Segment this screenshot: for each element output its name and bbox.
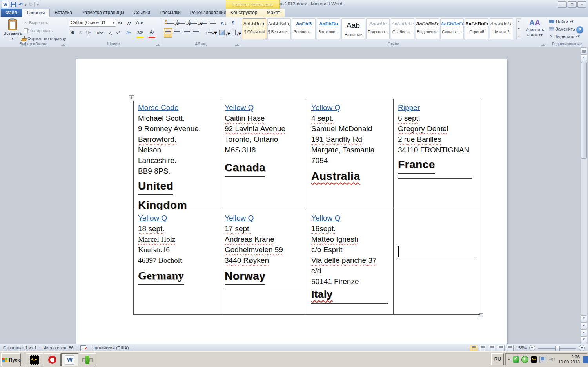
- select-browse-object-button[interactable]: ●: [581, 329, 587, 336]
- tray-clock[interactable]: 9:26 19.09.2013: [557, 354, 581, 365]
- clipboard-dialog-launcher[interactable]: [61, 42, 65, 46]
- format-painter-button[interactable]: Формат по образцу: [21, 35, 66, 42]
- tab-mailings[interactable]: Рассылки: [155, 9, 185, 17]
- start-button[interactable]: Пуск: [1, 353, 21, 366]
- scroll-up-button[interactable]: ▲: [581, 54, 587, 61]
- styles-dialog-launcher[interactable]: [541, 42, 545, 46]
- table-cell-uk[interactable]: Morse Code Michael Scott. 9 Romney Avenu…: [134, 99, 220, 210]
- thebat-tray-icon[interactable]: [531, 356, 537, 363]
- style-chip-title[interactable]: AabНазвание: [341, 18, 365, 39]
- previous-page-button[interactable]: ▲: [581, 322, 587, 329]
- style-chip-quote2[interactable]: АаБбВеГгЦитата 2: [490, 18, 513, 39]
- antivirus-tray-icon[interactable]: [513, 356, 519, 363]
- table-cell-australia[interactable]: Yellow Q 4 sept. Samuel McDonald 191 San…: [307, 99, 394, 210]
- show-hidden-icons-chevron[interactable]: «: [508, 357, 510, 362]
- style-chip-heading2[interactable]: АаБбВвЗаголово...: [317, 18, 340, 39]
- grow-font-button[interactable]: А▴: [116, 19, 123, 27]
- word-count[interactable]: Число слов: 86: [40, 344, 77, 352]
- network-tray-icon[interactable]: [539, 356, 546, 363]
- ruler-toggle-button[interactable]: [581, 47, 587, 54]
- minimize-ribbon-icon[interactable]: ⌃: [565, 27, 572, 33]
- find-button[interactable]: Найти▾: [549, 18, 573, 25]
- style-chip-heading1[interactable]: АаБбВЗаголово...: [292, 18, 316, 39]
- zoom-level[interactable]: 155%: [515, 344, 528, 352]
- help-icon[interactable]: ?: [576, 26, 583, 33]
- decrease-indent-button[interactable]: [200, 18, 208, 28]
- increase-indent-button[interactable]: [209, 18, 217, 28]
- italic-button[interactable]: К: [77, 29, 84, 37]
- font-name-combo[interactable]: Calibri (Осно▾: [69, 19, 100, 27]
- document-area[interactable]: ✛ Morse Code Michael Scott. 9 Romney Ave…: [0, 47, 588, 344]
- proofing-error-icon[interactable]: [80, 345, 86, 351]
- language-switcher[interactable]: RU: [491, 353, 504, 365]
- tab-home[interactable]: Главная: [22, 9, 50, 17]
- bold-button[interactable]: Ж: [69, 29, 76, 37]
- paragraph-dialog-launcher[interactable]: [235, 42, 239, 46]
- strikethrough-button[interactable]: abc: [96, 29, 104, 37]
- taskbar-usb-app-button[interactable]: [79, 353, 96, 366]
- page-indicator[interactable]: Страница: 1 из 1: [0, 344, 40, 352]
- style-chip-intense-emphasis[interactable]: АаБбВеГгСильное ...: [440, 18, 464, 39]
- justify-button[interactable]: [192, 28, 200, 38]
- cut-button[interactable]: Вырезать: [24, 19, 48, 26]
- styles-gallery-scroll[interactable]: ▲▼≡: [516, 18, 521, 39]
- display-tray-icon[interactable]: [583, 356, 588, 363]
- web-layout-view-button[interactable]: [488, 345, 495, 351]
- superscript-button[interactable]: x²: [114, 29, 122, 37]
- highlight-color-button[interactable]: ab▾: [136, 29, 144, 38]
- table-cell-germany[interactable]: Yellow Q 18 sept. Marcel Holz Knufstr.16…: [134, 210, 220, 315]
- subscript-button[interactable]: x₂: [107, 29, 114, 37]
- volume-tray-icon[interactable]: [549, 356, 555, 363]
- style-chip-subtitle[interactable]: АаБбВеПодзагол...: [366, 18, 390, 39]
- align-center-button[interactable]: [173, 28, 181, 38]
- scroll-down-button[interactable]: ▼: [581, 315, 587, 322]
- taskbar-word-button[interactable]: [61, 353, 78, 366]
- tab-review[interactable]: Рецензирование: [185, 9, 231, 17]
- style-chip-emphasis[interactable]: АаБбВеГгВыделение: [416, 18, 439, 39]
- outline-view-button[interactable]: [497, 345, 505, 351]
- tab-insert[interactable]: Вставка: [50, 9, 77, 17]
- taskbar-thebat-button[interactable]: [26, 353, 43, 366]
- tab-references[interactable]: Ссылки: [129, 9, 155, 17]
- restore-button[interactable]: ❐: [568, 1, 577, 8]
- table-cell-canada[interactable]: Yellow Q Caitlin Hase 92 Lavinia Avenue …: [220, 99, 307, 210]
- shrink-font-button[interactable]: А▾: [125, 19, 133, 27]
- zoom-out-button[interactable]: −: [529, 345, 535, 351]
- scheduler-tray-icon[interactable]: [521, 356, 528, 363]
- font-dialog-launcher[interactable]: [156, 42, 160, 46]
- scrollbar-thumb[interactable]: [581, 62, 587, 159]
- fullscreen-reading-view-button[interactable]: [479, 345, 486, 351]
- text-effects-button[interactable]: А▾: [125, 29, 132, 37]
- vertical-scrollbar[interactable]: ▲ ▼ ▲ ● ▼: [580, 47, 587, 344]
- style-chip-normal[interactable]: АаБбВвГг,¶ Обычный: [243, 18, 266, 39]
- table-cell-italy[interactable]: Yellow Q 16sept. Matteo Ignesti c/o Espr…: [307, 210, 394, 315]
- copy-button[interactable]: Копировать: [24, 27, 53, 34]
- style-chip-no-spacing[interactable]: АаБбВвГг,¶ Без инте...: [267, 18, 291, 39]
- taskbar-opera-button[interactable]: [44, 353, 61, 366]
- paste-button[interactable]: Вставить: [3, 18, 22, 42]
- language-indicator[interactable]: английский (США): [89, 344, 132, 352]
- style-chip-subtle-emphasis[interactable]: АаБбВеГгСлабое в...: [391, 18, 414, 39]
- tab-table-layout[interactable]: Макет: [262, 9, 285, 17]
- style-chip-strong[interactable]: АаБбВвГг,Строгий: [465, 18, 488, 39]
- close-button[interactable]: ×: [577, 1, 586, 8]
- tab-page-layout[interactable]: Разметка страницы: [77, 9, 129, 17]
- change-case-button[interactable]: Аа▾: [136, 19, 143, 27]
- line-spacing-button[interactable]: ▾: [204, 27, 218, 37]
- zoom-slider[interactable]: [538, 348, 576, 349]
- select-button[interactable]: Выделить▾: [549, 33, 580, 40]
- table-cell-empty[interactable]: [394, 210, 480, 315]
- table-cell-norway[interactable]: Yellow Q 17 sept. Andreas Krane Godheimv…: [220, 210, 307, 315]
- font-size-combo[interactable]: 11▾: [100, 19, 116, 27]
- font-color-button[interactable]: А▾: [148, 29, 156, 38]
- draft-view-button[interactable]: [506, 345, 514, 351]
- print-layout-view-button[interactable]: [470, 345, 477, 351]
- change-styles-button[interactable]: AA Изменить стили ▾: [524, 18, 546, 42]
- zoom-in-button[interactable]: +: [579, 345, 585, 351]
- align-right-button[interactable]: [183, 28, 191, 38]
- align-left-button[interactable]: [164, 28, 172, 38]
- table-cell-france[interactable]: Ripper 6 sept. Gregory Dentel 2 rue Bari…: [394, 99, 480, 210]
- sort-button[interactable]: [220, 18, 228, 27]
- show-marks-button[interactable]: [230, 18, 236, 27]
- underline-button[interactable]: Ч▾: [85, 29, 92, 37]
